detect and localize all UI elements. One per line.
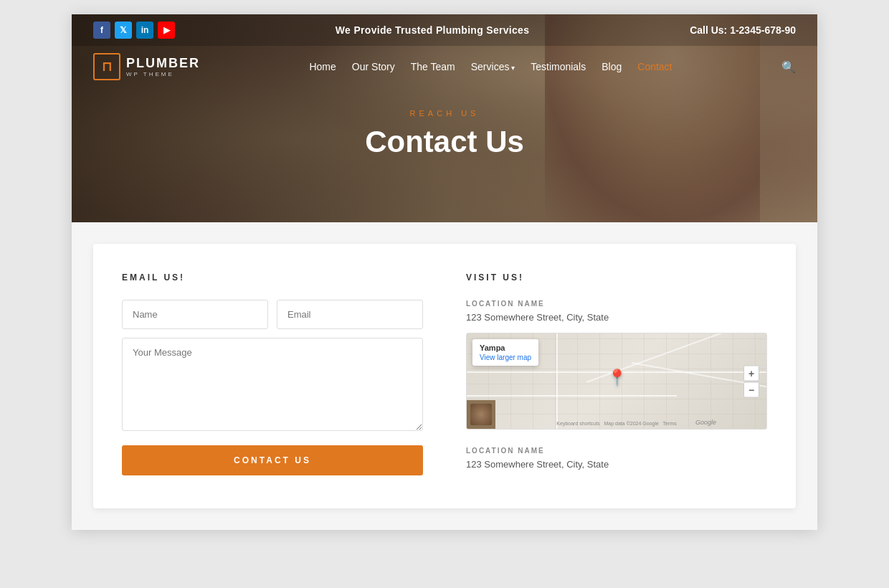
visit-section: VISIT US! LOCATION NAME 123 Somewhere St…	[466, 272, 767, 480]
nav-link-testimonials[interactable]: Testimonials	[531, 61, 586, 72]
map-attribution: Keyboard shortcuts Map data ©2024 Google…	[556, 421, 676, 426]
linkedin-icon[interactable]: in	[136, 22, 153, 39]
nav-link-services[interactable]: Services	[471, 61, 515, 72]
hero-section: f 𝕏 in ▶ We Provide Trusted Plumbing Ser…	[72, 14, 817, 222]
map-zoom-controls: + −	[743, 365, 759, 397]
content-card: EMAIL US! CONTACT US VISIT US! LOCATION …	[93, 244, 796, 508]
search-icon[interactable]: 🔍	[781, 60, 796, 74]
map-thumbnail-inner	[470, 404, 492, 425]
logo-main-text: PLUMBER	[126, 56, 200, 71]
visit-section-title: VISIT US!	[466, 272, 767, 283]
form-section-title: EMAIL US!	[122, 272, 423, 283]
logo-icon: ⊓	[93, 53, 120, 80]
map-road-h2	[467, 395, 677, 397]
map-pin: 📍	[607, 368, 627, 387]
nav-link-contact[interactable]: Contact	[637, 61, 672, 72]
nav-item-our-story[interactable]: Our Story	[352, 60, 395, 73]
nav-link-the-team[interactable]: The Team	[411, 61, 455, 72]
zoom-out-button[interactable]: −	[743, 381, 759, 397]
name-input[interactable]	[122, 300, 268, 329]
location-address-1: 123 Somewhere Street, City, State	[466, 312, 767, 323]
email-input[interactable]	[277, 300, 423, 329]
zoom-in-button[interactable]: +	[743, 365, 759, 381]
nav-links: Home Our Story The Team Services Testimo…	[309, 60, 672, 73]
google-logo: Google	[695, 419, 716, 426]
map-popup: Yampa View larger map	[472, 339, 538, 366]
hero-content: REACH US Contact Us	[72, 87, 817, 159]
map-thumbnail	[467, 400, 495, 429]
form-name-email-row	[122, 300, 423, 329]
tagline: We Provide Trusted Plumbing Services	[336, 24, 529, 36]
logo-text: PLUMBER WP THEME	[126, 56, 200, 77]
location-label-2: LOCATION NAME	[466, 447, 767, 455]
hero-subtitle: REACH US	[72, 109, 817, 118]
contact-us-button[interactable]: CONTACT US	[122, 445, 423, 475]
location-block-2: LOCATION NAME 123 Somewhere Street, City…	[466, 447, 767, 470]
nav-item-blog[interactable]: Blog	[602, 60, 622, 73]
logo[interactable]: ⊓ PLUMBER WP THEME	[93, 53, 200, 80]
top-bar: f 𝕏 in ▶ We Provide Trusted Plumbing Ser…	[72, 14, 817, 46]
hero-title: Contact Us	[72, 125, 817, 159]
location-label-1: LOCATION NAME	[466, 300, 767, 308]
location-address-2: 123 Somewhere Street, City, State	[466, 459, 767, 470]
social-icons-group: f 𝕏 in ▶	[93, 22, 175, 39]
logo-sub-text: WP THEME	[126, 71, 200, 77]
navbar: ⊓ PLUMBER WP THEME Home Our Story The Te…	[72, 46, 817, 87]
facebook-icon[interactable]: f	[93, 22, 110, 39]
phone-number: Call Us: 1-2345-678-90	[690, 24, 796, 36]
map-container[interactable]: Yampa View larger map 📍 + −	[466, 333, 767, 430]
nav-item-contact[interactable]: Contact	[637, 60, 672, 73]
nav-item-services[interactable]: Services	[471, 60, 515, 73]
nav-item-home[interactable]: Home	[309, 60, 336, 73]
nav-item-the-team[interactable]: The Team	[411, 60, 455, 73]
youtube-icon[interactable]: ▶	[158, 22, 175, 39]
nav-item-testimonials[interactable]: Testimonials	[531, 60, 586, 73]
map-popup-title: Yampa	[480, 343, 531, 352]
form-section: EMAIL US! CONTACT US	[122, 272, 423, 480]
main-content: EMAIL US! CONTACT US VISIT US! LOCATION …	[72, 222, 817, 530]
map-road-v1	[556, 333, 558, 429]
page-wrapper: f 𝕏 in ▶ We Provide Trusted Plumbing Ser…	[72, 14, 817, 530]
message-textarea[interactable]	[122, 338, 423, 431]
nav-link-home[interactable]: Home	[309, 61, 336, 72]
nav-link-blog[interactable]: Blog	[602, 61, 622, 72]
twitter-icon[interactable]: 𝕏	[115, 22, 132, 39]
location-block-1: LOCATION NAME 123 Somewhere Street, City…	[466, 300, 767, 323]
map-popup-link[interactable]: View larger map	[480, 354, 531, 361]
nav-link-our-story[interactable]: Our Story	[352, 61, 395, 72]
